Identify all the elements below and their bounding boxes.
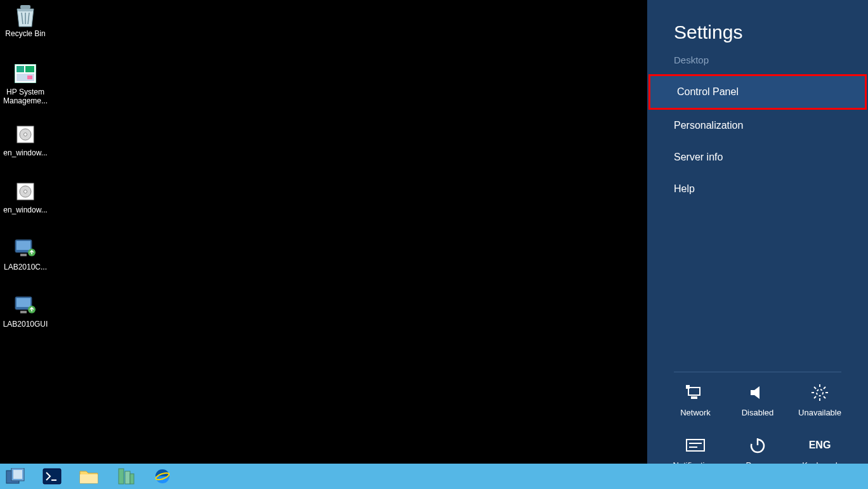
network-icon [667,384,723,401]
svg-rect-43 [80,474,98,483]
svg-point-8 [24,133,27,136]
tile-label: Unavailable [792,408,848,417]
svg-rect-2 [16,66,24,72]
taskbar-iis[interactable] [113,466,138,486]
svg-point-11 [24,190,27,193]
svg-rect-40 [13,470,22,479]
tile-label: Network [667,408,723,417]
keyboard-lang-icon: ENG [792,436,848,454]
settings-item-help[interactable]: Help [647,173,868,205]
svg-rect-33 [687,440,704,451]
desktop-icon-en-window-1[interactable]: en_window... [1,122,49,157]
svg-rect-17 [16,298,30,307]
brightness-icon [792,384,848,401]
taskbar-internet-explorer[interactable] [150,466,175,486]
desktop-icon-label: en_window... [1,148,49,157]
desktop-icon-label: Recycle Bin [1,29,49,38]
tile-label: Disabled [730,408,786,417]
taskbar-file-explorer[interactable] [76,466,102,486]
svg-point-24 [817,389,823,396]
settings-context: Desktop [647,51,868,74]
settings-item-label: Personalization [674,120,743,131]
settings-item-control-panel[interactable]: Control Panel [650,76,865,108]
svg-rect-3 [25,66,34,72]
desktop-icon-recycle-bin[interactable]: Recycle Bin [1,3,49,38]
desktop-icon-label: en_window... [1,205,49,214]
desktop-icon-en-window-2[interactable]: en_window... [1,179,49,214]
desktop-icon-label: HP System Manageme... [1,88,49,105]
rdp-icon [13,293,38,318]
svg-rect-23 [691,396,697,399]
taskbar-powershell[interactable] [39,466,65,486]
power-icon [730,436,786,454]
svg-line-32 [814,396,816,398]
disc-icon [13,179,38,204]
svg-rect-5 [27,75,32,79]
rdp-icon [13,236,38,261]
hp-icon [13,61,38,86]
notifications-icon [667,436,723,454]
svg-rect-13 [16,241,30,250]
keyboard-lang-text: ENG [809,440,831,451]
svg-rect-45 [125,471,130,484]
settings-title: Settings [647,22,868,51]
settings-item-label: Control Panel [677,86,739,98]
desktop-icon-label: LAB2010C... [1,263,49,271]
desktop-icon-label: LAB2010GUI [1,320,49,329]
svg-rect-46 [130,474,134,484]
tile-network[interactable]: Network [667,384,723,417]
volume-icon [730,384,786,401]
settings-item-label: Help [674,183,695,195]
svg-rect-41 [43,469,61,484]
svg-rect-14 [20,254,27,256]
desktop-icon-hp-system-management[interactable]: HP System Manageme... [1,61,49,105]
svg-line-31 [824,387,825,389]
highlight-annotation: Control Panel [648,74,867,110]
svg-rect-44 [119,469,124,484]
svg-rect-20 [688,388,700,395]
settings-item-label: Server info [674,152,723,163]
settings-item-personalization[interactable]: Personalization [647,110,868,141]
svg-line-30 [824,396,825,398]
svg-rect-18 [20,311,27,313]
taskbar-server-manager[interactable] [3,466,28,486]
recycle-bin-icon [13,3,38,28]
tile-brightness[interactable]: Unavailable [792,384,848,417]
settings-charm-panel: Settings Desktop Control Panel Personali… [647,0,868,489]
tile-volume[interactable]: Disabled [730,384,786,417]
desktop-icon-lab2010c[interactable]: LAB2010C... [1,236,49,271]
settings-item-server-info[interactable]: Server info [647,141,868,173]
svg-line-29 [814,387,816,389]
desktop-icon-lab2010gui[interactable]: LAB2010GUI [1,293,49,329]
taskbar [0,464,868,489]
disc-icon [13,122,38,147]
divider [674,372,841,372]
svg-rect-0 [20,5,30,9]
